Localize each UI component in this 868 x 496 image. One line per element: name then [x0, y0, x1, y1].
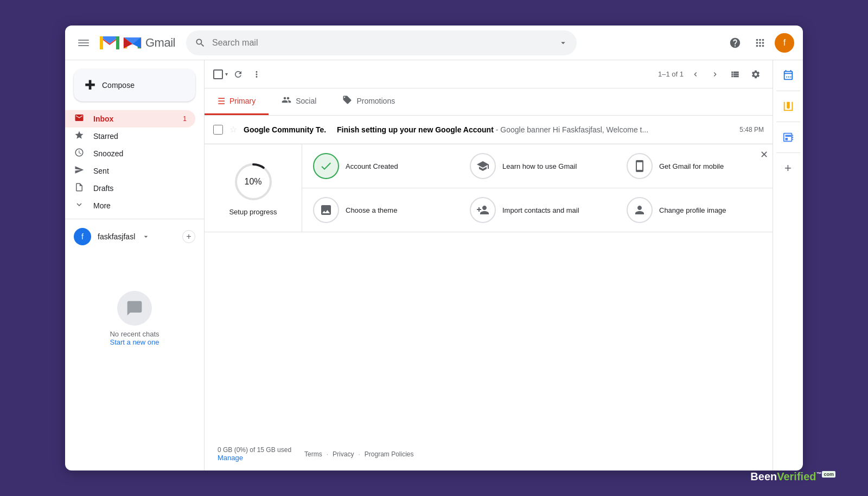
been-verified-logo: BeenVerified™com [750, 470, 835, 483]
sidebar-item-snoozed[interactable]: Snoozed [65, 145, 195, 162]
learn-label: Learn how to use Gmail [502, 162, 577, 170]
setup-item-account-created[interactable]: Account Created [302, 144, 459, 188]
refresh-button[interactable] [230, 66, 246, 82]
profile-label: Change profile image [659, 206, 726, 214]
tab-promotions[interactable]: Promotions [329, 88, 408, 115]
gmail-m-icon [123, 35, 142, 50]
apps-icon [754, 37, 766, 49]
chat-bubble-icon [117, 291, 152, 326]
snoozed-label: Snoozed [93, 149, 123, 158]
account-row[interactable]: f faskfasjfasl + [65, 224, 204, 250]
sidebar-item-sent[interactable]: Sent [65, 162, 195, 180]
tm-mark: ™ [816, 471, 821, 477]
email-count: 1–1 of 1 [658, 70, 684, 78]
more-options-button[interactable] [248, 66, 265, 82]
been-text: Been [750, 470, 777, 482]
inbox-badge: 1 [183, 115, 187, 123]
more-label: More [93, 201, 111, 210]
svg-rect-0 [78, 40, 89, 41]
setup-item-import[interactable]: Import contacts and mail [459, 188, 616, 232]
tab-social[interactable]: Social [269, 88, 329, 115]
drafts-icon [74, 182, 85, 195]
next-page-button[interactable] [707, 67, 723, 82]
sidebar-item-starred[interactable]: Starred [65, 128, 195, 145]
email-row[interactable]: ☆ Google Community Te. Finish setting up… [205, 116, 773, 144]
verified-text: Verified [777, 470, 816, 482]
density-button[interactable] [727, 66, 743, 82]
drafts-label: Drafts [93, 184, 113, 193]
terms-link[interactable]: Terms [304, 450, 322, 458]
program-policies-link[interactable]: Program Policies [365, 450, 414, 458]
sidebar-divider [65, 219, 204, 219]
chat-area: No recent chats Start a new one [65, 282, 204, 355]
setup-item-theme[interactable]: Choose a theme [302, 188, 459, 232]
add-account-button[interactable]: + [182, 230, 195, 243]
keep-button[interactable] [777, 96, 799, 117]
help-button[interactable] [725, 33, 745, 53]
add-app-button[interactable]: + [777, 157, 799, 179]
setup-item-profile[interactable]: Change profile image [616, 188, 773, 232]
app-title: Gmail [145, 36, 175, 50]
user-avatar[interactable]: f [775, 33, 794, 53]
main-layout: ✚ Compose Inbox 1 Starred [65, 60, 803, 470]
progress-ring: 10% [232, 160, 275, 204]
sidebar: ✚ Compose Inbox 1 Starred [65, 60, 204, 470]
prev-page-button[interactable] [688, 67, 703, 82]
select-all-checkbox[interactable] [213, 69, 223, 79]
apps-button[interactable] [750, 33, 770, 53]
email-sender: Google Community Te. [244, 125, 330, 134]
right-sidebar-divider-2 [776, 122, 800, 122]
primary-tab-label: Primary [229, 97, 256, 105]
social-tab-label: Social [296, 97, 316, 105]
email-list: ☆ Google Community Te. Finish setting up… [205, 116, 773, 437]
footer-links: Terms · Privacy · Program Policies [304, 450, 413, 458]
calendar-button[interactable] [777, 65, 799, 86]
search-input[interactable] [212, 38, 552, 48]
search-icon [195, 37, 206, 48]
content-area: ▾ 1–1 of 1 [204, 60, 773, 470]
right-sidebar: + [773, 60, 803, 470]
email-checkbox[interactable] [213, 125, 223, 135]
setup-item-mobile[interactable]: Get Gmail for mobile [616, 144, 773, 188]
menu-button[interactable] [74, 33, 93, 53]
privacy-link[interactable]: Privacy [333, 450, 354, 458]
search-dropdown-icon[interactable] [558, 38, 568, 48]
footer: 0 GB (0%) of 15 GB used Manage Terms · P… [205, 437, 773, 470]
snoozed-icon [74, 148, 85, 160]
gmail-logo: Gmail [100, 33, 175, 53]
sidebar-item-more[interactable]: More [65, 197, 195, 214]
sidebar-item-inbox[interactable]: Inbox 1 [65, 110, 195, 128]
inbox-tabs: ☰ Primary Social Promotions [205, 88, 773, 116]
tab-primary[interactable]: ☰ Primary [205, 88, 269, 115]
svg-rect-1 [78, 42, 89, 43]
manage-link[interactable]: Manage [218, 454, 243, 462]
sent-icon [74, 165, 85, 177]
email-star[interactable]: ☆ [229, 124, 237, 135]
compose-button[interactable]: ✚ Compose [74, 69, 195, 101]
setup-close-button[interactable]: ✕ [760, 149, 768, 161]
select-dropdown-arrow[interactable]: ▾ [225, 71, 228, 77]
start-new-chat-link[interactable]: Start a new one [110, 338, 159, 346]
profile-icon [627, 197, 653, 223]
toolbar-right: 1–1 of 1 [658, 66, 764, 82]
inbox-icon [74, 113, 85, 125]
sidebar-item-drafts[interactable]: Drafts [65, 180, 195, 197]
progress-percent: 10% [244, 177, 261, 187]
search-bar[interactable] [186, 30, 577, 55]
mobile-label: Get Gmail for mobile [659, 162, 724, 170]
theme-label: Choose a theme [346, 206, 397, 214]
mobile-icon [627, 153, 653, 179]
setup-progress-label: Setup progress [229, 208, 277, 216]
tasks-button[interactable] [777, 126, 799, 148]
email-snippet: - Google banner Hi Faskfasjfasl, Welcome… [496, 125, 648, 134]
setup-item-learn[interactable]: Learn how to use Gmail [459, 144, 616, 188]
chat-section: No recent chats Start a new one [65, 282, 204, 466]
setup-items-grid: Account Created Learn how to use Gmail [302, 144, 773, 232]
no-chats-text: No recent chats [110, 330, 159, 338]
right-sidebar-divider-1 [776, 91, 800, 91]
settings-button[interactable] [748, 66, 764, 82]
email-subject: Finish setting up your new Google Accoun… [337, 125, 494, 134]
email-toolbar: ▾ 1–1 of 1 [205, 60, 773, 88]
setup-progress-section: 10% Setup progress [205, 144, 302, 232]
primary-tab-icon: ☰ [218, 96, 225, 106]
